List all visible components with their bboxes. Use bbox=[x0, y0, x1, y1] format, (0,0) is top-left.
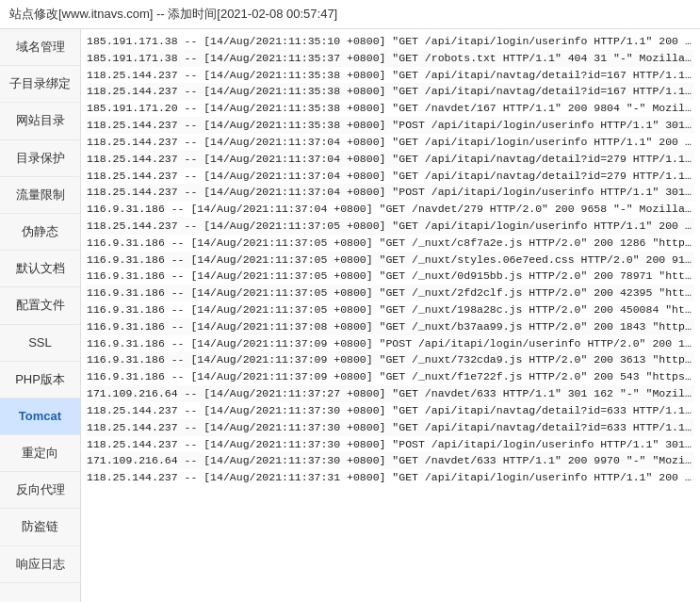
sidebar-item-反向代理[interactable]: 反向代理 bbox=[0, 472, 80, 509]
log-line: 118.25.144.237 -- [14/Aug/2021:11:37:04 … bbox=[87, 151, 694, 168]
log-line: 118.25.144.237 -- [14/Aug/2021:11:35:38 … bbox=[87, 117, 694, 134]
log-line: 118.25.144.237 -- [14/Aug/2021:11:37:04 … bbox=[87, 168, 694, 185]
log-line: 185.191.171.20 -- [14/Aug/2021:11:35:38 … bbox=[87, 100, 694, 117]
top-bar-text: 站点修改[www.itnavs.com] -- 添加时间[2021-02-08 … bbox=[9, 7, 337, 21]
log-line: 116.9.31.186 -- [14/Aug/2021:11:37:04 +0… bbox=[87, 201, 694, 218]
sidebar-item-防盗链[interactable]: 防盗链 bbox=[0, 509, 80, 545]
main-layout: 域名管理子目录绑定网站目录目录保护流量限制伪静态默认文档配置文件SSLPHP版本… bbox=[0, 29, 700, 602]
sidebar-item-伪静态[interactable]: 伪静态 bbox=[0, 214, 80, 251]
log-line: 116.9.31.186 -- [14/Aug/2021:11:37:05 +0… bbox=[87, 268, 694, 285]
log-line: 118.25.144.237 -- [14/Aug/2021:11:37:30 … bbox=[87, 436, 694, 453]
log-line: 118.25.144.237 -- [14/Aug/2021:11:37:04 … bbox=[87, 134, 694, 151]
log-line: 185.191.171.38 -- [14/Aug/2021:11:35:10 … bbox=[87, 33, 694, 50]
log-line: 116.9.31.186 -- [14/Aug/2021:11:37:09 +0… bbox=[87, 368, 694, 385]
log-line: 118.25.144.237 -- [14/Aug/2021:11:37:30 … bbox=[87, 402, 694, 419]
log-line: 185.191.171.38 -- [14/Aug/2021:11:35:37 … bbox=[87, 50, 694, 67]
sidebar-item-PHP版本[interactable]: PHP版本 bbox=[0, 362, 80, 399]
sidebar: 域名管理子目录绑定网站目录目录保护流量限制伪静态默认文档配置文件SSLPHP版本… bbox=[0, 29, 81, 602]
sidebar-item-重定向[interactable]: 重定向 bbox=[0, 435, 80, 472]
sidebar-item-响应日志[interactable]: 响应日志 bbox=[0, 546, 80, 583]
log-line: 116.9.31.186 -- [14/Aug/2021:11:37:09 +0… bbox=[87, 351, 694, 368]
log-line: 171.109.216.64 -- [14/Aug/2021:11:37:27 … bbox=[87, 385, 694, 402]
log-line: 171.109.216.64 -- [14/Aug/2021:11:37:30 … bbox=[87, 452, 694, 469]
log-line: 116.9.31.186 -- [14/Aug/2021:11:37:05 +0… bbox=[87, 285, 694, 301]
log-line: 116.9.31.186 -- [14/Aug/2021:11:37:09 +0… bbox=[87, 335, 694, 352]
top-bar: 站点修改[www.itnavs.com] -- 添加时间[2021-02-08 … bbox=[0, 0, 700, 29]
log-line: 118.25.144.237 -- [14/Aug/2021:11:35:38 … bbox=[87, 83, 694, 100]
sidebar-item-配置文件[interactable]: 配置文件 bbox=[0, 287, 80, 324]
log-line: 118.25.144.237 -- [14/Aug/2021:11:37:31 … bbox=[87, 469, 694, 486]
log-line: 118.25.144.237 -- [14/Aug/2021:11:37:05 … bbox=[87, 218, 694, 235]
sidebar-item-流量限制[interactable]: 流量限制 bbox=[0, 177, 80, 214]
sidebar-item-网站目录[interactable]: 网站目录 bbox=[0, 103, 80, 139]
sidebar-item-默认文档[interactable]: 默认文档 bbox=[0, 251, 80, 287]
sidebar-item-目录保护[interactable]: 目录保护 bbox=[0, 140, 80, 177]
log-line: 116.9.31.186 -- [14/Aug/2021:11:37:08 +0… bbox=[87, 318, 694, 335]
log-line: 118.25.144.237 -- [14/Aug/2021:11:37:30 … bbox=[87, 419, 694, 436]
log-line: 118.25.144.237 -- [14/Aug/2021:11:35:38 … bbox=[87, 67, 694, 84]
sidebar-item-SSL[interactable]: SSL bbox=[0, 325, 80, 362]
sidebar-item-Tomcat[interactable]: Tomcat bbox=[0, 399, 80, 435]
log-line: 116.9.31.186 -- [14/Aug/2021:11:37:05 +0… bbox=[87, 252, 694, 268]
log-line: 118.25.144.237 -- [14/Aug/2021:11:37:04 … bbox=[87, 184, 694, 201]
sidebar-item-子目录绑定[interactable]: 子目录绑定 bbox=[0, 66, 80, 103]
log-line: 116.9.31.186 -- [14/Aug/2021:11:37:05 +0… bbox=[87, 301, 694, 318]
log-content-area[interactable]: 185.191.171.38 -- [14/Aug/2021:11:35:10 … bbox=[81, 29, 700, 602]
sidebar-item-域名管理[interactable]: 域名管理 bbox=[0, 29, 80, 66]
log-line: 116.9.31.186 -- [14/Aug/2021:11:37:05 +0… bbox=[87, 235, 694, 252]
